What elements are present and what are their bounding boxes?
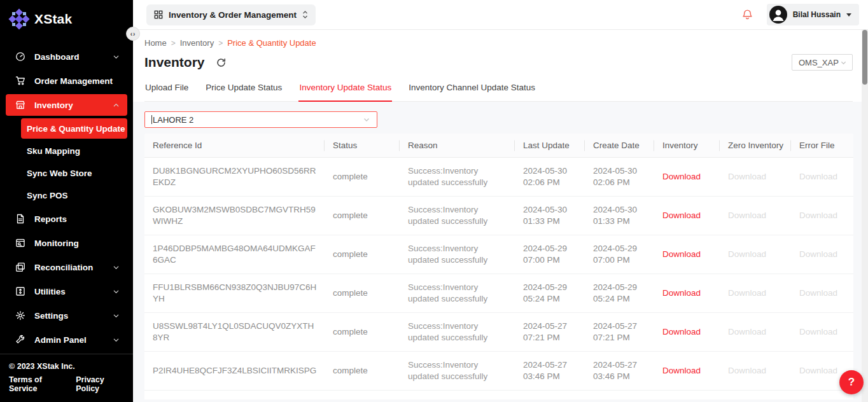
location-select[interactable]: LAHORE 2: [144, 111, 377, 128]
footer-link-privacy-policy[interactable]: Privacy Policy: [76, 375, 124, 393]
chevron-down-icon: [840, 59, 847, 66]
inventory-download-link[interactable]: Download: [662, 211, 701, 220]
app-switcher-label: Inventory & Order Management: [169, 10, 297, 20]
cell-last-update: 2024-05-30 02:06 PM: [515, 158, 585, 197]
zero-inventory-download-link: Download: [728, 327, 766, 336]
sidebar-item-reports[interactable]: Reports: [6, 208, 127, 230]
sidebar-submenu: Price & Quantity UpdateSku MappingSync W…: [0, 118, 133, 205]
sidebar-item-dashboard[interactable]: Dashboard: [6, 46, 127, 67]
user-menu[interactable]: Bilal Hussain: [767, 4, 859, 25]
cell-reference-id: P2IR4UHE8QCFJF3Z4LBSICIITMRKISPG: [144, 352, 325, 391]
cell-inventory: Download: [654, 235, 720, 274]
column-header-create-date: Create Date: [585, 134, 654, 158]
cell-reference-id: FFU1BLRSBM66CN938Z0Q3NJBU97C6HYH: [144, 274, 325, 313]
breadcrumb-current: Price & Quantity Update: [227, 38, 316, 48]
inventory-download-link[interactable]: Download: [662, 172, 701, 181]
cell-error-file: Download: [791, 274, 853, 313]
breadcrumb-link-inventory[interactable]: Inventory: [180, 38, 214, 48]
grid-icon: [154, 10, 163, 19]
cell-inventory: Download: [654, 158, 720, 197]
cell-last-update: 2024-05-27 07:21 PM: [515, 313, 585, 352]
cell-status: complete: [325, 158, 400, 197]
content-header: Home>Inventory>Price & Quantity Update I…: [133, 30, 868, 102]
status-table: Reference IdStatusReasonLast UpdateCreat…: [144, 134, 853, 391]
help-button[interactable]: ?: [839, 370, 864, 394]
sidebar-item-order-management[interactable]: Order Management: [6, 70, 127, 92]
sidebar-item-reconciliation[interactable]: Reconciliation: [6, 256, 127, 278]
column-header-reason: Reason: [400, 134, 515, 158]
copyright-text: © 2023 XStak Inc.: [9, 362, 124, 371]
reconciliation-icon: [15, 262, 25, 272]
sidebar-item-settings[interactable]: Settings: [6, 305, 127, 326]
report-icon: [15, 214, 25, 224]
column-header-status: Status: [325, 134, 400, 158]
table-filler: [144, 391, 853, 399]
error-file-download-link: Download: [799, 327, 837, 336]
tab-inventory-update-status[interactable]: Inventory Update Status: [298, 80, 392, 102]
cell-create-date: 2024-05-30 01:33 PM: [585, 197, 654, 235]
table-row: P2IR4UHE8QCFJF3Z4LBSICIITMRKISPGcomplete…: [144, 352, 853, 391]
tab-price-update-status[interactable]: Price Update Status: [205, 80, 283, 102]
chevron-down-icon: [113, 312, 120, 319]
error-file-download-link: Download: [799, 288, 837, 298]
chevron-down-icon: [363, 116, 370, 123]
chevron-down-icon: [113, 336, 120, 343]
app-switcher[interactable]: Inventory & Order Management: [146, 4, 316, 25]
zero-inventory-download-link: Download: [728, 288, 766, 298]
main-area: Inventory & Order Management: [133, 0, 868, 402]
table-header-row: Reference IdStatusReasonLast UpdateCreat…: [144, 134, 853, 158]
sidebar-item-sync-pos[interactable]: Sync POS: [21, 185, 127, 205]
error-file-download-link: Download: [799, 366, 837, 375]
workspace-select[interactable]: OMS_XAP: [792, 54, 853, 71]
scrollbar-thumb[interactable]: [862, 30, 867, 85]
tab-inventory-channel-update-status[interactable]: Inventory Channel Update Status: [408, 80, 536, 102]
status-table-card: Reference IdStatusReasonLast UpdateCreat…: [144, 134, 853, 399]
cell-error-file: Download: [791, 158, 853, 197]
footer-links: Terms of ServicePrivacy Policy: [9, 375, 124, 393]
column-header-last-update: Last Update: [515, 134, 585, 158]
breadcrumb-link-home[interactable]: Home: [144, 38, 167, 48]
cell-inventory: Download: [654, 274, 720, 313]
footer-link-terms-of-service[interactable]: Terms of Service: [9, 375, 66, 393]
sidebar-item-sync-web-store[interactable]: Sync Web Store: [21, 163, 127, 183]
sidebar-collapse-toggle[interactable]: ‹›: [126, 27, 140, 41]
refresh-icon[interactable]: [216, 57, 227, 68]
sort-carets-icon: [302, 10, 308, 20]
cart-icon: [15, 76, 25, 86]
inventory-download-link[interactable]: Download: [662, 327, 701, 336]
cell-error-file: Download: [791, 313, 853, 352]
inventory-download-link[interactable]: Download: [662, 366, 701, 375]
chevron-up-icon: [113, 102, 120, 109]
user-menu-caret-icon: [846, 13, 851, 17]
cell-inventory: Download: [654, 313, 720, 352]
help-question-icon: ?: [848, 376, 855, 389]
table-row: 1P46DDBP5MAMBG48OMA64UDMKGAF6GACcomplete…: [144, 235, 853, 274]
error-file-download-link: Download: [799, 211, 837, 220]
cell-zero-inventory: Download: [720, 197, 791, 235]
sidebar-item-price-quantity-update[interactable]: Price & Quantity Update: [21, 118, 127, 139]
cell-reason: Success:Inventory updated successfully: [400, 313, 515, 352]
cell-create-date: 2024-05-29 05:24 PM: [585, 274, 654, 313]
sidebar-item-utilities[interactable]: Utilities: [6, 281, 127, 302]
notification-bell-icon[interactable]: [742, 9, 753, 20]
column-header-error-file: Error File: [791, 134, 853, 158]
brand-logo[interactable]: XStak: [0, 0, 133, 36]
sidebar-item-admin-panel[interactable]: Admin Panel: [6, 329, 127, 350]
tab-upload-file[interactable]: Upload File: [144, 80, 189, 102]
zero-inventory-download-link: Download: [728, 366, 766, 375]
table-body: DU8K1BGNGURCM2XYUPHO60SD56RREKDZcomplete…: [144, 158, 853, 391]
sidebar-item-sku-mapping[interactable]: Sku Mapping: [21, 141, 127, 161]
cell-reason: Success:Inventory updated successfully: [400, 197, 515, 235]
sidebar-item-monitoring[interactable]: Monitoring: [6, 232, 127, 254]
breadcrumb-separator: >: [171, 39, 176, 48]
sidebar-item-inventory[interactable]: Inventory: [6, 94, 127, 116]
inventory-download-link[interactable]: Download: [662, 288, 701, 298]
wrench-icon: [15, 335, 25, 345]
cell-inventory: Download: [654, 197, 720, 235]
inventory-download-link[interactable]: Download: [662, 249, 701, 259]
cell-error-file: Download: [791, 197, 853, 235]
tab-bar: Upload FilePrice Update StatusInventory …: [144, 80, 853, 102]
sidebar-footer: © 2023 XStak Inc. Terms of ServicePrivac…: [0, 354, 133, 402]
cell-reference-id: U8SSWL98T4LY1QL0SDACUQV0ZYXTH8YR: [144, 313, 325, 352]
vertical-scrollbar: [862, 30, 868, 402]
